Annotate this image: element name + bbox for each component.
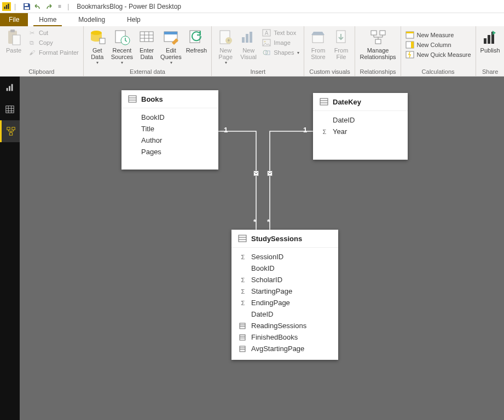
cardinality-many: * [267, 218, 270, 226]
svg-rect-40 [411, 42, 414, 48]
get-data-button[interactable]: Get Data▾ [86, 27, 109, 66]
nav-model-icon[interactable] [0, 120, 20, 142]
field-row[interactable]: FinishedBooks [231, 331, 338, 343]
field-row[interactable]: Author [121, 135, 218, 146]
svg-rect-71 [240, 346, 245, 352]
edit-queries-icon [162, 28, 179, 46]
text-box-button[interactable]: AText box [262, 28, 299, 37]
svg-rect-18 [164, 32, 177, 34]
edit-queries-button[interactable]: Edit Queries▾ [158, 27, 184, 66]
field-row[interactable]: Title [121, 123, 218, 135]
save-icon[interactable] [22, 2, 31, 11]
svg-rect-46 [9, 86, 10, 91]
svg-rect-9 [100, 38, 105, 44]
ribbon: Paste ✂Cut ⧉Copy 🖌Format Painter Clipboa… [0, 26, 504, 77]
new-page-icon: + [217, 28, 234, 46]
paste-icon [5, 28, 22, 46]
svg-rect-4 [25, 7, 29, 9]
tab-home[interactable]: Home [28, 13, 67, 26]
from-file-icon [332, 28, 350, 46]
sigma-icon: Σ [239, 300, 247, 306]
filter-direction-icon [267, 171, 273, 176]
field-row[interactable]: ReadingSessions [231, 320, 338, 331]
qat-dropdown-icon[interactable]: ≡ [55, 2, 64, 11]
format-painter-button[interactable]: 🖌Format Painter [27, 48, 79, 57]
field-row[interactable]: DateID [313, 114, 408, 126]
svg-rect-35 [380, 31, 385, 35]
new-quick-measure-icon [405, 50, 414, 59]
refresh-icon [188, 28, 205, 46]
enter-data-button[interactable]: Enter Data [135, 27, 158, 61]
tab-modeling[interactable]: Modeling [67, 13, 116, 26]
model-canvas[interactable]: 1 1 * * Books BookID Title Author Pages … [20, 77, 504, 420]
svg-rect-34 [371, 31, 376, 35]
field-row[interactable]: ΣEndingPage [231, 297, 338, 308]
field-row[interactable]: AvgStartingPage [231, 343, 338, 354]
image-icon [262, 38, 271, 47]
svg-rect-59 [320, 98, 328, 105]
enter-data-label: Enter Data [140, 47, 154, 60]
nav-report-icon[interactable] [0, 77, 20, 98]
svg-rect-45 [7, 88, 8, 91]
ribbon-group-calculations: New Measure New Column New Quick Measure… [401, 26, 476, 76]
field-row[interactable]: ΣSessionID [231, 251, 338, 262]
paste-button[interactable]: Paste [2, 27, 25, 55]
new-measure-button[interactable]: New Measure [405, 31, 471, 39]
ribbon-group-custom-visuals: From Store From File Custom visuals [304, 26, 355, 76]
tab-help[interactable]: Help [116, 13, 152, 26]
ribbon-group-clipboard: Paste ✂Cut ⧉Copy 🖌Format Painter Clipboa… [0, 26, 84, 76]
new-column-icon [405, 40, 414, 49]
group-label: Relationships [357, 68, 398, 76]
recent-sources-button[interactable]: Recent Sources▾ [109, 27, 135, 66]
cut-button[interactable]: ✂Cut [27, 28, 79, 37]
sigma-icon: Σ [321, 129, 328, 135]
svg-rect-42 [484, 38, 486, 44]
group-label: Insert [214, 68, 302, 76]
table-icon [128, 95, 137, 103]
enter-data-icon [138, 28, 155, 46]
svg-rect-24 [246, 34, 248, 43]
image-button[interactable]: Image [262, 38, 299, 47]
svg-text:A: A [265, 30, 269, 36]
table-card-studysessions[interactable]: StudySessions ΣSessionIDBookIDΣScholarID… [231, 230, 338, 360]
format-painter-icon: 🖌 [27, 48, 36, 57]
shapes-button[interactable]: Shapes▾ [262, 48, 299, 57]
redo-icon[interactable] [44, 2, 53, 11]
table-name: DateKey [333, 98, 361, 106]
new-page-button[interactable]: + New Page▾ [214, 27, 237, 66]
refresh-button[interactable]: Refresh [184, 27, 210, 55]
table-card-books[interactable]: Books BookID Title Author Pages [121, 90, 218, 170]
new-visual-button[interactable]: New Visual [237, 27, 260, 61]
from-store-button[interactable]: From Store [306, 27, 329, 61]
sigma-icon: Σ [239, 254, 247, 260]
field-row[interactable]: DateID [231, 308, 338, 320]
svg-rect-55 [9, 133, 12, 136]
filter-direction-icon [253, 171, 259, 176]
file-tab[interactable]: File [0, 13, 28, 26]
new-quick-measure-button[interactable]: New Quick Measure [405, 50, 471, 59]
separator: | [14, 3, 16, 10]
copy-button[interactable]: ⧉Copy [27, 38, 79, 47]
svg-rect-0 [4, 7, 5, 9]
field-row[interactable]: ΣYear [313, 126, 408, 137]
group-label: Custom visuals [306, 68, 352, 76]
from-file-label: From File [334, 47, 349, 60]
svg-point-29 [264, 41, 266, 43]
undo-icon[interactable] [33, 2, 42, 11]
field-row[interactable]: Pages [121, 146, 218, 158]
table-card-datekey[interactable]: DateKey DateID ΣYear [313, 93, 408, 160]
field-row[interactable]: BookID [231, 262, 338, 274]
manage-relationships-button[interactable]: Manage Relationships [357, 27, 398, 61]
publish-button[interactable]: Publish [478, 27, 502, 55]
left-nav [0, 77, 20, 420]
recent-sources-icon [113, 28, 131, 46]
nav-data-icon[interactable] [0, 98, 20, 120]
new-measure-icon [405, 31, 414, 39]
field-row[interactable]: ΣScholarID [231, 274, 338, 285]
ribbon-group-external-data: Get Data▾ Recent Sources▾ Enter Data Edi… [84, 26, 212, 76]
field-row[interactable]: BookID [121, 112, 218, 123]
new-column-button[interactable]: New Column [405, 40, 471, 49]
from-file-button[interactable]: From File [329, 27, 352, 61]
svg-rect-48 [6, 106, 14, 113]
field-row[interactable]: ΣStartingPage [231, 285, 338, 297]
